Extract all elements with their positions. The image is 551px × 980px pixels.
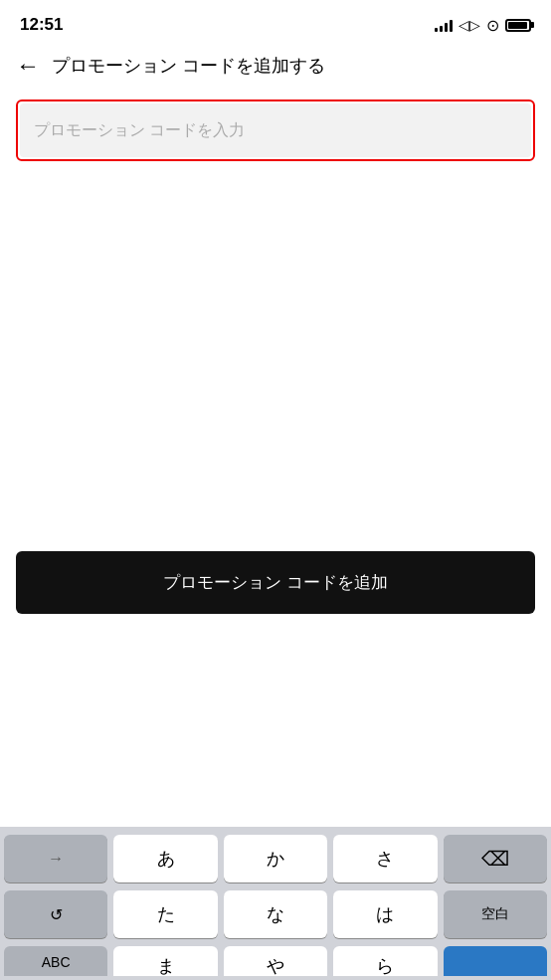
wifi-symbol: ⊙ [486, 16, 499, 35]
page-title: プロモーション コードを追加する [52, 54, 325, 78]
signal-icon [435, 18, 453, 32]
key-ta[interactable]: た [113, 890, 217, 938]
battery-icon [505, 19, 531, 32]
status-bar: 12:51 ◁▷ ⊙ [0, 0, 551, 44]
key-na[interactable]: な [224, 890, 327, 938]
content-spacer [0, 173, 551, 551]
content-area [0, 88, 551, 173]
add-promo-button[interactable]: プロモーション コードを追加 [16, 551, 535, 614]
header: ← プロモーション コードを追加する [0, 44, 551, 88]
keyboard-row-3: ABC ま や ら [4, 946, 547, 976]
promo-code-input[interactable] [20, 103, 531, 157]
key-ma[interactable]: ま [113, 946, 217, 976]
key-sa[interactable]: さ [333, 835, 437, 882]
status-time: 12:51 [20, 15, 63, 35]
key-a[interactable]: あ [113, 835, 217, 882]
key-delete[interactable]: ⌫ [444, 835, 547, 882]
key-ya[interactable]: や [224, 946, 327, 976]
key-abc[interactable]: ABC [4, 946, 107, 976]
key-space[interactable]: 空白 [444, 890, 547, 938]
key-arrow[interactable]: → [4, 835, 107, 882]
keyboard-row-2: ↺ た な は 空白 [4, 890, 547, 938]
key-blue-partial[interactable] [444, 946, 547, 976]
wifi-icon: ◁▷ [459, 17, 480, 33]
promo-input-wrapper[interactable] [16, 99, 535, 161]
key-undo[interactable]: ↺ [4, 890, 107, 938]
back-button[interactable]: ← [16, 54, 40, 78]
status-icons: ◁▷ ⊙ [435, 16, 531, 35]
keyboard-row-1: → あ か さ ⌫ [4, 835, 547, 882]
key-ha[interactable]: は [333, 890, 437, 938]
keyboard: → あ か さ ⌫ ↺ た な は 空白 ABC ま や ら [0, 827, 551, 980]
key-ka[interactable]: か [224, 835, 327, 882]
key-ra[interactable]: ら [333, 946, 437, 976]
